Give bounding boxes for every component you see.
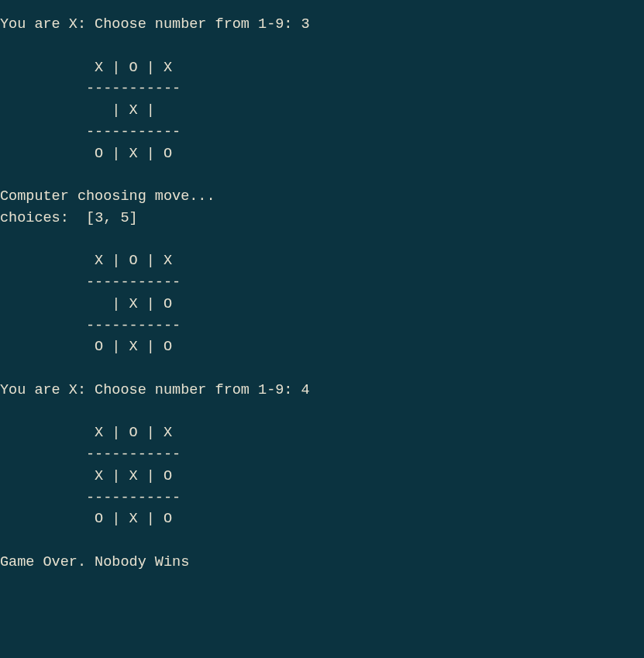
prompt-line-2-input[interactable]: 4 xyxy=(301,382,310,398)
game-over-line: Game Over. Nobody Wins xyxy=(0,554,189,570)
board-2: X | O | X ----------- | X | O ----------… xyxy=(0,253,181,355)
prompt-line-2-prefix: You are X: Choose number from 1-9: xyxy=(0,382,301,398)
prompt-line-1-input[interactable]: 3 xyxy=(301,16,310,33)
board-3: X | O | X ----------- X | X | O --------… xyxy=(0,425,181,527)
choices-value: [3, 5] xyxy=(86,210,138,226)
computer-move-line: Computer choosing move... xyxy=(0,188,215,205)
board-1: X | O | X ----------- | X | ----------- … xyxy=(0,60,181,162)
choices-label: choices: xyxy=(0,210,86,226)
terminal-output: You are X: Choose number from 1-9: 3 X |… xyxy=(0,0,644,574)
prompt-line-1-prefix: You are X: Choose number from 1-9: xyxy=(0,16,301,33)
